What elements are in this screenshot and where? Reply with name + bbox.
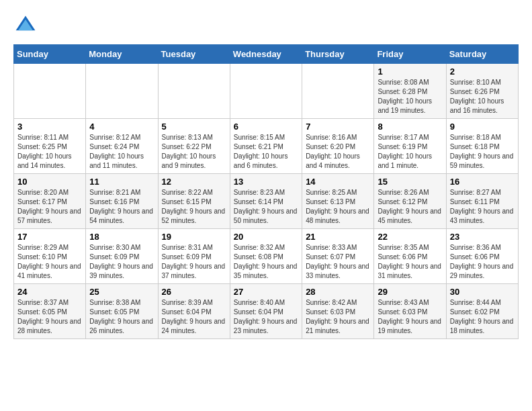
day-info: Sunrise: 8:36 AM Sunset: 6:06 PM Dayligh… [450,243,515,281]
calendar-cell [158,64,230,119]
day-number: 25 [89,287,154,297]
day-info: Sunrise: 8:31 AM Sunset: 6:09 PM Dayligh… [162,243,226,281]
day-info: Sunrise: 8:38 AM Sunset: 6:05 PM Dayligh… [89,298,154,336]
calendar-cell: 3Sunrise: 8:11 AM Sunset: 6:25 PM Daylig… [14,119,86,174]
calendar-cell: 25Sunrise: 8:38 AM Sunset: 6:05 PM Dayli… [86,284,158,339]
week-row-4: 17Sunrise: 8:29 AM Sunset: 6:10 PM Dayli… [14,229,519,284]
day-number: 1 [378,66,442,77]
week-row-1: 1Sunrise: 8:08 AM Sunset: 6:28 PM Daylig… [14,64,519,119]
day-info: Sunrise: 8:15 AM Sunset: 6:21 PM Dayligh… [234,133,298,171]
day-info: Sunrise: 8:18 AM Sunset: 6:18 PM Dayligh… [450,133,515,171]
day-info: Sunrise: 8:42 AM Sunset: 6:03 PM Dayligh… [306,298,370,336]
weekday-header-sunday: Sunday [14,45,86,64]
day-number: 16 [450,177,515,187]
calendar-cell: 23Sunrise: 8:36 AM Sunset: 6:06 PM Dayli… [446,229,518,284]
calendar-cell: 29Sunrise: 8:43 AM Sunset: 6:03 PM Dayli… [374,284,446,339]
weekday-header-friday: Friday [374,45,446,64]
day-number: 9 [450,122,515,132]
calendar-cell [86,64,158,119]
calendar-cell: 24Sunrise: 8:37 AM Sunset: 6:05 PM Dayli… [14,284,86,339]
day-info: Sunrise: 8:22 AM Sunset: 6:15 PM Dayligh… [162,188,226,226]
calendar-cell: 20Sunrise: 8:32 AM Sunset: 6:08 PM Dayli… [230,229,302,284]
day-number: 17 [17,232,82,242]
day-info: Sunrise: 8:26 AM Sunset: 6:12 PM Dayligh… [378,188,442,226]
day-info: Sunrise: 8:43 AM Sunset: 6:03 PM Dayligh… [378,298,442,336]
day-info: Sunrise: 8:12 AM Sunset: 6:24 PM Dayligh… [89,133,154,171]
page-header [13,13,519,38]
calendar-cell: 9Sunrise: 8:18 AM Sunset: 6:18 PM Daylig… [446,119,518,174]
day-number: 29 [378,287,442,297]
weekday-header-wednesday: Wednesday [230,45,302,64]
weekday-header-saturday: Saturday [446,45,518,64]
calendar-cell: 19Sunrise: 8:31 AM Sunset: 6:09 PM Dayli… [158,229,230,284]
day-number: 23 [450,232,515,242]
calendar-cell: 16Sunrise: 8:27 AM Sunset: 6:11 PM Dayli… [446,174,518,229]
day-number: 19 [162,232,226,242]
calendar-cell: 30Sunrise: 8:44 AM Sunset: 6:02 PM Dayli… [446,284,518,339]
day-number: 20 [234,232,298,242]
day-info: Sunrise: 8:20 AM Sunset: 6:17 PM Dayligh… [17,188,82,226]
day-number: 13 [234,177,298,187]
calendar-cell: 10Sunrise: 8:20 AM Sunset: 6:17 PM Dayli… [14,174,86,229]
day-info: Sunrise: 8:13 AM Sunset: 6:22 PM Dayligh… [162,133,226,171]
calendar-cell: 28Sunrise: 8:42 AM Sunset: 6:03 PM Dayli… [302,284,374,339]
day-info: Sunrise: 8:25 AM Sunset: 6:13 PM Dayligh… [306,188,370,226]
weekday-header-monday: Monday [86,45,158,64]
calendar-cell: 12Sunrise: 8:22 AM Sunset: 6:15 PM Dayli… [158,174,230,229]
day-info: Sunrise: 8:10 AM Sunset: 6:26 PM Dayligh… [450,78,515,116]
calendar-cell [302,64,374,119]
day-number: 21 [306,232,370,242]
day-info: Sunrise: 8:08 AM Sunset: 6:28 PM Dayligh… [378,78,442,116]
day-number: 7 [306,122,370,132]
calendar-cell: 11Sunrise: 8:21 AM Sunset: 6:16 PM Dayli… [86,174,158,229]
week-row-2: 3Sunrise: 8:11 AM Sunset: 6:25 PM Daylig… [14,119,519,174]
calendar-cell: 21Sunrise: 8:33 AM Sunset: 6:07 PM Dayli… [302,229,374,284]
day-number: 5 [162,122,226,132]
day-info: Sunrise: 8:39 AM Sunset: 6:04 PM Dayligh… [162,298,226,336]
calendar-cell: 17Sunrise: 8:29 AM Sunset: 6:10 PM Dayli… [14,229,86,284]
calendar-cell: 2Sunrise: 8:10 AM Sunset: 6:26 PM Daylig… [446,64,518,119]
week-row-3: 10Sunrise: 8:20 AM Sunset: 6:17 PM Dayli… [14,174,519,229]
week-row-5: 24Sunrise: 8:37 AM Sunset: 6:05 PM Dayli… [14,284,519,339]
calendar-cell: 14Sunrise: 8:25 AM Sunset: 6:13 PM Dayli… [302,174,374,229]
day-info: Sunrise: 8:21 AM Sunset: 6:16 PM Dayligh… [89,188,154,226]
calendar-cell: 22Sunrise: 8:35 AM Sunset: 6:06 PM Dayli… [374,229,446,284]
logo [13,13,40,38]
day-number: 2 [450,66,515,77]
calendar-cell: 18Sunrise: 8:30 AM Sunset: 6:09 PM Dayli… [86,229,158,284]
day-info: Sunrise: 8:37 AM Sunset: 6:05 PM Dayligh… [17,298,82,336]
calendar-cell: 15Sunrise: 8:26 AM Sunset: 6:12 PM Dayli… [374,174,446,229]
day-info: Sunrise: 8:29 AM Sunset: 6:10 PM Dayligh… [17,243,82,281]
day-number: 8 [378,122,442,132]
day-number: 10 [17,177,82,187]
day-number: 26 [162,287,226,297]
day-number: 18 [89,232,154,242]
calendar-cell: 1Sunrise: 8:08 AM Sunset: 6:28 PM Daylig… [374,64,446,119]
day-info: Sunrise: 8:30 AM Sunset: 6:09 PM Dayligh… [89,243,154,281]
day-number: 11 [89,177,154,187]
day-number: 30 [450,287,515,297]
calendar-cell: 7Sunrise: 8:16 AM Sunset: 6:20 PM Daylig… [302,119,374,174]
calendar-cell: 26Sunrise: 8:39 AM Sunset: 6:04 PM Dayli… [158,284,230,339]
calendar-table: SundayMondayTuesdayWednesdayThursdayFrid… [13,44,519,339]
day-number: 12 [162,177,226,187]
logo-icon [13,13,38,38]
weekday-header-tuesday: Tuesday [158,45,230,64]
calendar-cell: 13Sunrise: 8:23 AM Sunset: 6:14 PM Dayli… [230,174,302,229]
day-info: Sunrise: 8:40 AM Sunset: 6:04 PM Dayligh… [234,298,298,336]
day-info: Sunrise: 8:32 AM Sunset: 6:08 PM Dayligh… [234,243,298,281]
day-info: Sunrise: 8:11 AM Sunset: 6:25 PM Dayligh… [17,133,82,171]
day-info: Sunrise: 8:35 AM Sunset: 6:06 PM Dayligh… [378,243,442,281]
day-number: 15 [378,177,442,187]
calendar-cell: 6Sunrise: 8:15 AM Sunset: 6:21 PM Daylig… [230,119,302,174]
weekday-header-thursday: Thursday [302,45,374,64]
day-number: 27 [234,287,298,297]
day-info: Sunrise: 8:17 AM Sunset: 6:19 PM Dayligh… [378,133,442,171]
day-number: 22 [378,232,442,242]
calendar-cell: 8Sunrise: 8:17 AM Sunset: 6:19 PM Daylig… [374,119,446,174]
weekday-header-row: SundayMondayTuesdayWednesdayThursdayFrid… [14,45,519,64]
day-number: 6 [234,122,298,132]
day-info: Sunrise: 8:27 AM Sunset: 6:11 PM Dayligh… [450,188,515,226]
day-number: 28 [306,287,370,297]
calendar-cell [230,64,302,119]
